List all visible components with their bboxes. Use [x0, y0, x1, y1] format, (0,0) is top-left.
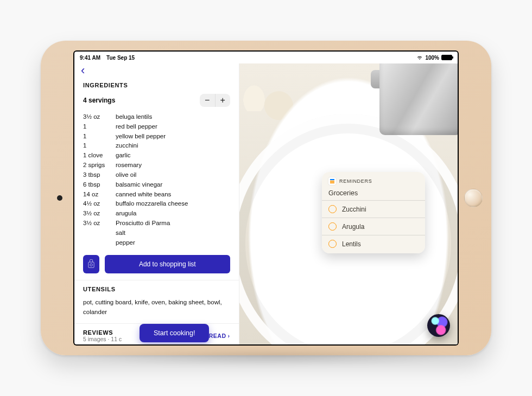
ingredient-row: 3 tbspolive oil: [83, 170, 230, 180]
read-label: READ: [209, 333, 226, 339]
ingredient-qty: 14 oz: [83, 190, 116, 200]
reviews-heading: REVIEWS: [83, 329, 122, 336]
status-left: 9:41 AM Tue Sep 15: [80, 55, 135, 61]
status-date: Tue Sep 15: [106, 55, 135, 61]
cooking-pot: [379, 63, 458, 135]
servings-plus-button[interactable]: +: [215, 94, 230, 107]
ingredient-row: 3½ ozarugula: [83, 209, 230, 219]
ingredient-name: Prosciutto di Parma: [116, 219, 230, 228]
app-body: ‹ INGREDIENTS 4 servings − + 3½ ozbelu: [74, 63, 458, 344]
utensils-text: pot, cutting board, knife, oven, baking …: [83, 298, 230, 317]
reminders-app-label: REMINDERS: [339, 178, 372, 184]
reviews-left: REVIEWS 5 images · 11 c: [83, 329, 122, 342]
ingredient-qty: 3½ oz: [83, 219, 116, 228]
scale-icon: [87, 259, 96, 269]
status-right: 100%: [416, 54, 452, 61]
ingredient-qty: 4½ oz: [83, 199, 116, 209]
ingredient-name: balsamic vinegar: [116, 180, 230, 190]
ingredient-row: 1red bell pepper: [83, 122, 230, 132]
ingredient-qty: 6 tbsp: [83, 180, 116, 190]
ingredient-row: 6 tbspbalsamic vinegar: [83, 180, 230, 190]
wifi-icon: [416, 54, 423, 61]
ingredient-qty: 1: [83, 141, 116, 151]
ingredient-row: salt: [83, 228, 230, 238]
ingredient-row: 4½ ozbuffalo mozzarella cheese: [83, 199, 230, 209]
reminder-label: Zucchini: [342, 206, 366, 213]
status-bar: 9:41 AM Tue Sep 15 100%: [74, 52, 458, 63]
ingredient-name: yellow bell pepper: [116, 132, 230, 142]
servings-stepper: − +: [200, 94, 230, 107]
reminder-label: Lentils: [342, 240, 361, 248]
screen: 9:41 AM Tue Sep 15 100% ‹: [74, 52, 458, 344]
reminders-card: REMINDERS Groceries ZucchiniArugulaLenti…: [322, 172, 425, 253]
ingredient-qty: 3 tbsp: [83, 170, 116, 180]
screen-bezel: 9:41 AM Tue Sep 15 100% ‹: [73, 50, 459, 346]
ingredient-name: canned white beans: [116, 190, 230, 200]
ingredient-row: 1yellow bell pepper: [83, 132, 230, 142]
ingredient-row: 3½ ozProsciutto di Parma: [83, 219, 230, 228]
ingredient-qty: 2 sprigs: [83, 161, 116, 170]
servings-row: 4 servings − +: [83, 94, 230, 107]
ingredients-list: 3½ ozbeluga lentils1red bell pepper1yell…: [83, 112, 230, 247]
reminder-radio[interactable]: [328, 240, 337, 248]
ingredient-qty: [83, 228, 116, 238]
scale-button[interactable]: [83, 255, 99, 273]
reminder-item[interactable]: Lentils: [322, 235, 425, 252]
reminder-item[interactable]: Arugula: [322, 218, 425, 235]
ingredient-name: salt: [116, 228, 230, 238]
reminder-radio[interactable]: [328, 205, 337, 213]
ingredient-row: 1 clovegarlic: [83, 151, 230, 161]
ingredient-row: 3½ ozbeluga lentils: [83, 112, 230, 122]
ingredient-qty: 1: [83, 122, 116, 132]
ingredient-name: rosemary: [116, 161, 230, 170]
ingredient-qty: 3½ oz: [83, 209, 116, 219]
ingredient-name: buffalo mozzarella cheese: [116, 199, 230, 209]
front-camera: [57, 195, 62, 201]
reviews-sub: 5 images · 11 c: [83, 336, 122, 342]
add-row: Add to shopping list: [83, 255, 230, 273]
ingredient-name: olive oil: [116, 170, 230, 180]
garlic-clove: [242, 83, 267, 111]
chevron-right-icon: ›: [228, 333, 230, 339]
reminder-item[interactable]: Zucchini: [322, 200, 425, 218]
ingredient-qty: 1 clove: [83, 151, 116, 161]
reminder-label: Arugula: [342, 223, 364, 231]
servings-minus-button[interactable]: −: [200, 94, 215, 107]
ingredient-name: arugula: [116, 209, 230, 219]
reminders-app-icon: [328, 177, 336, 185]
status-time: 9:41 AM: [80, 55, 100, 61]
reminders-list-title: Groceries: [322, 187, 425, 200]
ingredient-name: beluga lentils: [116, 112, 230, 122]
reminder-radio[interactable]: [328, 222, 337, 231]
ingredient-qty: [83, 238, 116, 248]
ingredients-section: INGREDIENTS 4 servings − + 3½ ozbeluga l…: [74, 76, 239, 280]
battery-percent: 100%: [425, 55, 439, 61]
utensils-heading: UTENSILS: [83, 286, 230, 292]
recipe-pane: ‹ INGREDIENTS 4 servings − + 3½ ozbelu: [74, 63, 239, 344]
home-button[interactable]: [464, 189, 483, 207]
back-button[interactable]: ‹: [74, 63, 239, 76]
ingredient-name: zucchini: [116, 141, 230, 151]
svg-rect-0: [88, 263, 94, 268]
ipad-frame: 9:41 AM Tue Sep 15 100% ‹: [41, 41, 491, 355]
utensils-section: UTENSILS pot, cutting board, knife, oven…: [74, 280, 239, 324]
recipe-photo-pane: REMINDERS Groceries ZucchiniArugulaLenti…: [239, 63, 458, 344]
add-to-shopping-list-button[interactable]: Add to shopping list: [105, 255, 230, 273]
ingredient-name: red bell pepper: [116, 122, 230, 132]
ingredient-row: 2 sprigsrosemary: [83, 161, 230, 170]
siri-button[interactable]: [427, 314, 450, 337]
chevron-left-icon: ‹: [81, 63, 85, 77]
ingredient-row: 14 ozcanned white beans: [83, 190, 230, 200]
ingredient-row: 1zucchini: [83, 141, 230, 151]
ingredient-name: garlic: [116, 151, 230, 161]
start-cooking-button[interactable]: Start cooking!: [140, 324, 209, 342]
ingredient-row: pepper: [83, 238, 230, 248]
ingredients-heading: INGREDIENTS: [83, 82, 230, 88]
servings-label: 4 servings: [83, 97, 115, 104]
ingredient-qty: 3½ oz: [83, 112, 116, 122]
reviews-read-link[interactable]: READ ›: [209, 333, 230, 339]
reminders-header: REMINDERS: [322, 177, 425, 187]
battery-icon: [441, 55, 452, 60]
ingredient-name: pepper: [116, 238, 230, 248]
ingredient-qty: 1: [83, 132, 116, 142]
